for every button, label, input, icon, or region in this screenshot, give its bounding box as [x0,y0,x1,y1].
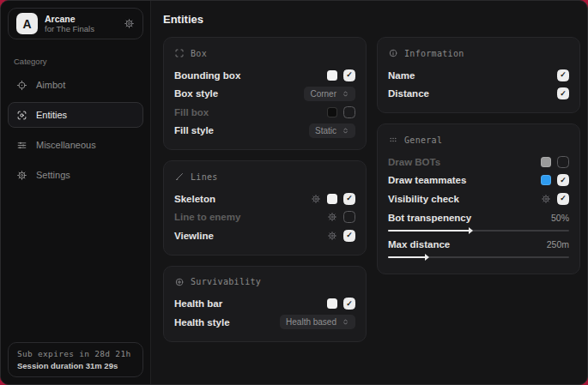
sidebar-item-miscellaneous[interactable]: Miscellaneous [8,132,143,158]
visibility-check-settings-gear-icon[interactable] [541,194,551,204]
max-distance-slider[interactable] [388,256,569,258]
chevron-updown-icon [342,318,349,326]
draw-bots-row: Draw BOTs ✓ [388,153,569,171]
distance-checkbox[interactable]: ✓ [557,87,569,99]
bounding-box-checkbox[interactable]: ✓ [343,69,355,81]
slider-label: Max distance [388,239,547,250]
setting-label: Skeleton [174,194,311,204]
section-title: Survivability [191,277,261,286]
fill-box-color-swatch[interactable] [327,107,337,117]
setting-label: Draw BOTs [388,157,541,167]
app-header-card: A Arcane for The Finals [8,8,143,39]
bounding-box-color-swatch[interactable] [327,70,337,81]
line-to-enemy-settings-gear-icon[interactable] [327,212,337,222]
app-window: A Arcane for The Finals Category Aimbot … [0,0,588,385]
setting-label: Line to enemy [174,212,327,222]
setting-label: Health bar [174,298,327,309]
health-bar-checkbox[interactable]: ✓ [343,298,355,310]
sidebar-item-settings[interactable]: Settings [8,162,143,188]
skeleton-color-swatch[interactable] [327,194,337,204]
sidebar-item-entities[interactable]: Entities [8,102,143,128]
viewline-row: Viewline ✓ [174,226,355,245]
dropdown-value: Health based [286,317,336,327]
name-checkbox[interactable]: ✓ [557,69,569,81]
information-section-card: Information Name ✓ Distance ✓ [377,37,580,113]
sidebar-item-label: Aimbot [36,80,65,90]
setting-label: Draw teammates [388,175,541,185]
setting-label: Name [388,70,557,81]
sidebar-item-aimbot[interactable]: Aimbot [8,72,143,98]
health-style-row: Health style Health based [174,313,355,332]
draw-teammates-row: Draw teammates ✓ [388,171,569,190]
fill-style-dropdown[interactable]: Static [309,123,355,138]
app-logo: A [16,13,38,34]
sliders-icon [16,140,27,151]
fill-style-row: Fill style Static [174,122,355,141]
slider-value: 50% [551,213,569,223]
session-duration-text: Session duration 31m 29s [17,361,134,370]
sidebar-item-label: Miscellaneous [36,140,96,150]
draw-teammates-checkbox[interactable]: ✓ [557,174,569,186]
dropdown-value: Static [315,126,336,135]
fill-box-checkbox[interactable]: ✓ [343,106,355,118]
max-distance-slider-group: Max distance 250m [388,238,569,258]
box-style-row: Box style Corner [174,85,355,104]
left-column: Box Bounding box ✓ Box style Corn [163,37,367,342]
survivability-section-header: Survivability [174,277,355,287]
app-title: Arcane [45,14,117,25]
section-title: Box [191,49,207,58]
visibility-check-row: Visibility check ✓ [388,189,569,208]
grid-dots-icon [388,135,398,145]
bot-transparency-slider[interactable] [388,230,569,232]
setting-label: Fill box [174,107,327,117]
sidebar-item-label: Entities [36,110,67,120]
scan-icon [16,110,27,121]
viewline-settings-gear-icon[interactable] [327,231,337,241]
bot-transparency-slider-group: Bot transpenency 50% [388,211,569,232]
category-label: Category [14,57,150,66]
bounding-box-row: Bounding box ✓ [174,66,355,85]
draw-teammates-color-swatch[interactable] [541,175,551,185]
sub-expiry-text: Sub expires in 28d 21h [17,349,134,358]
setting-label: Bounding box [174,70,327,81]
box-corners-icon [174,48,185,58]
draw-bots-color-swatch[interactable] [541,157,551,167]
setting-label: Fill style [174,125,309,135]
fill-box-row: Fill box ✓ [174,103,355,122]
sidebar: A Arcane for The Finals Category Aimbot … [1,1,151,384]
setting-label: Viewline [174,231,327,241]
setting-label: Visibility check [388,194,541,204]
setting-label: Distance [388,88,557,99]
name-row: Name ✓ [388,66,569,85]
viewline-checkbox[interactable]: ✓ [343,230,355,242]
health-bar-color-swatch[interactable] [327,298,337,309]
box-style-dropdown[interactable]: Corner [304,87,355,101]
slider-fill[interactable] [388,256,426,258]
health-style-dropdown[interactable]: Health based [280,315,355,329]
draw-bots-checkbox[interactable]: ✓ [557,156,569,168]
skeleton-settings-gear-icon[interactable] [311,194,321,204]
distance-row: Distance ✓ [388,85,569,104]
slider-fill[interactable] [388,230,470,232]
chevron-updown-icon [342,90,349,98]
box-section-header: Box [174,48,355,58]
health-bar-row: Health bar ✓ [174,295,355,314]
sidebar-nav: Aimbot Entities Miscellaneous Settings [1,68,150,188]
right-column: Information Name ✓ Distance ✓ [377,37,580,274]
general-section-header: General [388,135,569,145]
section-title: Lines [191,172,218,182]
skeleton-checkbox[interactable]: ✓ [343,193,355,205]
line-to-enemy-checkbox[interactable]: ✓ [343,211,355,223]
line-to-enemy-row: Line to enemy ✓ [174,208,355,227]
box-section-card: Box Bounding box ✓ Box style Corn [163,37,367,150]
lines-section-card: Lines Skeleton ✓ Line to enemy [163,160,367,256]
plus-circle-icon [174,277,185,287]
app-settings-gear-icon[interactable] [124,18,135,29]
visibility-check-checkbox[interactable]: ✓ [557,193,569,205]
sidebar-item-label: Settings [36,170,70,180]
setting-label: Box style [174,88,304,99]
info-icon [388,48,398,58]
app-title-block: Arcane for The Finals [45,14,117,34]
app-subtitle: for The Finals [45,24,117,33]
dropdown-value: Corner [310,89,336,99]
